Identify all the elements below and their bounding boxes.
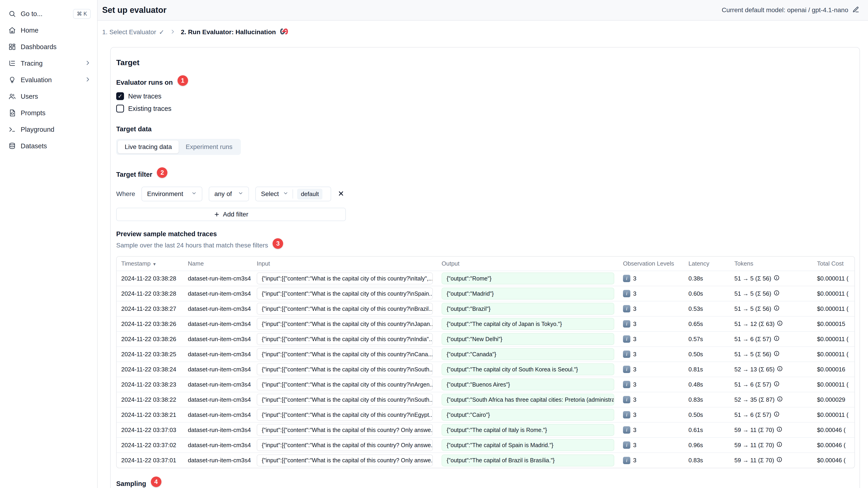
cell-latency: 0.53s	[684, 301, 730, 316]
level-count: 3	[633, 396, 636, 403]
cell-timestamp: 2024-11-22 03:38:23	[117, 377, 183, 392]
chevron-down-icon	[283, 190, 288, 198]
table-row[interactable]: 2024-11-22 03:38:28dataset-run-item-cm3s…	[117, 286, 855, 301]
checkbox-new-traces[interactable]	[116, 92, 124, 100]
cell-name: dataset-run-item-cm3s4	[183, 453, 252, 468]
sidebar-item-prompts[interactable]: Prompts	[0, 105, 97, 121]
table-row[interactable]: 2024-11-22 03:37:03dataset-run-item-cm3s…	[117, 422, 855, 437]
evaluation-icon	[8, 76, 16, 84]
info-circle-icon	[774, 275, 780, 282]
input-preview: {"input":[{"content":"What is the capita…	[257, 409, 433, 421]
sidebar-item-label: Prompts	[21, 109, 91, 117]
info-level-icon: i	[623, 305, 630, 313]
info-level-icon: i	[623, 396, 630, 403]
table-row[interactable]: 2024-11-22 03:38:28dataset-run-item-cm3s…	[117, 271, 855, 286]
cell-tokens: 51 → 5 (Σ 56)	[730, 271, 812, 286]
pencil-icon[interactable]	[852, 6, 859, 14]
input-preview: {"input":[{"content":"What is the capita…	[257, 318, 433, 330]
level-count: 3	[633, 320, 636, 328]
output-preview: {"output":"The capital city of Japan is …	[441, 318, 614, 330]
filter-column-select[interactable]: Environment	[142, 187, 202, 201]
table-row[interactable]: 2024-11-22 03:37:01dataset-run-item-cm3s…	[117, 453, 855, 468]
tab-experiment-runs[interactable]: Experiment runs	[179, 140, 239, 153]
sidebar-item-evaluation[interactable]: Evaluation	[0, 72, 97, 88]
input-preview: {"input":[{"content":"What is the capita…	[257, 439, 433, 451]
info-level-icon: i	[623, 290, 630, 297]
home-icon	[8, 26, 16, 34]
input-preview: {"input":[{"content":"What is the capita…	[257, 288, 433, 299]
users-icon	[8, 93, 16, 100]
target-filter-label: Target filter 2	[116, 169, 854, 180]
cell-latency: 0.81s	[684, 362, 730, 377]
cell-name: dataset-run-item-cm3s4	[183, 316, 252, 331]
add-filter-button[interactable]: Add filter	[116, 208, 346, 221]
sidebar: Go to... ⌘ K HomeDashboardsTracingEvalua…	[0, 0, 98, 488]
cell-tokens: 59 → 11 (Σ 70)	[730, 437, 812, 453]
column-header-observation-levels[interactable]: Observation Levels	[618, 257, 684, 271]
where-label: Where	[116, 190, 135, 198]
cell-timestamp: 2024-11-22 03:37:01	[117, 453, 183, 468]
cell-output: {"output":"The capital of Italy is Rome.…	[437, 422, 618, 437]
cell-timestamp: 2024-11-22 03:38:25	[117, 347, 183, 362]
cell-timestamp: 2024-11-22 03:38:21	[117, 407, 183, 422]
sidebar-item-home[interactable]: Home	[0, 22, 97, 39]
tracing-icon	[8, 60, 16, 67]
column-header-latency[interactable]: Latency	[684, 257, 730, 271]
checkbox-existing-traces[interactable]	[116, 105, 124, 112]
column-header-name[interactable]: Name	[183, 257, 252, 271]
table-row[interactable]: 2024-11-22 03:38:24dataset-run-item-cm3s…	[117, 362, 855, 377]
table-row[interactable]: 2024-11-22 03:38:22dataset-run-item-cm3s…	[117, 392, 855, 407]
cell-output: {"output":"The capital city of Japan is …	[437, 316, 618, 331]
column-header-tokens[interactable]: Tokens	[730, 257, 812, 271]
cell-output: {"output":"New Delhi"}	[437, 331, 618, 347]
cell-output: {"output":"Cairo"}	[437, 407, 618, 422]
table-row[interactable]: 2024-11-22 03:38:23dataset-run-item-cm3s…	[117, 377, 855, 392]
table-row[interactable]: 2024-11-22 03:38:26dataset-run-item-cm3s…	[117, 316, 855, 331]
cell-output: {"output":"The capital city of South Kor…	[437, 362, 618, 377]
input-preview: {"input":[{"content":"What is the capita…	[257, 272, 433, 284]
prompts-icon	[8, 109, 16, 117]
sidebar-item-playground[interactable]: Playground	[0, 121, 97, 138]
sidebar-item-users[interactable]: Users	[0, 88, 97, 105]
sidebar-item-dashboards[interactable]: Dashboards	[0, 39, 97, 55]
sidebar-item-tracing[interactable]: Tracing	[0, 55, 97, 72]
sidebar-item-label: Users	[21, 93, 91, 100]
cell-tokens: 51 → 6 (Σ 57)	[730, 331, 812, 347]
step-select-evaluator[interactable]: 1. Select Evaluator ✓	[102, 29, 164, 36]
column-header-timestamp[interactable]: Timestamp▼	[117, 257, 183, 271]
token-counts: 51 → 12 (Σ 63)	[734, 320, 775, 328]
cell-observation-levels: i3	[618, 316, 684, 331]
remove-filter-icon[interactable]	[338, 190, 344, 198]
column-header-input[interactable]: Input	[252, 257, 437, 271]
table-row[interactable]: 2024-11-22 03:38:21dataset-run-item-cm3s…	[117, 407, 855, 422]
cell-timestamp: 2024-11-22 03:38:28	[117, 286, 183, 301]
info-circle-icon	[774, 335, 780, 343]
cell-tokens: 52 → 35 (Σ 87)	[730, 392, 812, 407]
default-model-label: Current default model: openai / gpt-4.1-…	[722, 6, 848, 14]
cell-total-cost: $0.000011 (	[812, 377, 855, 392]
cell-input: {"input":[{"content":"What is the capita…	[252, 362, 437, 377]
column-header-total-cost[interactable]: Total Cost	[812, 257, 855, 271]
goto-search[interactable]: Go to... ⌘ K	[0, 5, 97, 22]
table-row[interactable]: 2024-11-22 03:38:25dataset-run-item-cm3s…	[117, 347, 855, 362]
filter-operator-select[interactable]: any of	[209, 187, 249, 201]
sidebar-item-datasets[interactable]: Datasets	[0, 138, 97, 154]
cell-latency: 0.61s	[684, 422, 730, 437]
info-circle-icon	[774, 381, 780, 388]
goto-shortcut: ⌘ K	[73, 9, 91, 19]
table-row[interactable]: 2024-11-22 03:38:26dataset-run-item-cm3s…	[117, 331, 855, 347]
cell-total-cost: $0.000011 (	[812, 301, 855, 316]
token-counts: 59 → 11 (Σ 70)	[734, 457, 774, 464]
table-row[interactable]: 2024-11-22 03:38:27dataset-run-item-cm3s…	[117, 301, 855, 316]
input-preview: {"input":[{"content":"What is the capita…	[257, 454, 433, 466]
column-header-output[interactable]: Output	[437, 257, 618, 271]
output-preview: {"output":"Canada"}	[441, 348, 614, 360]
table-row[interactable]: 2024-11-22 03:37:02dataset-run-item-cm3s…	[117, 437, 855, 453]
cell-input: {"input":[{"content":"What is the capita…	[252, 437, 437, 453]
info-circle-icon	[774, 305, 780, 313]
step-run-evaluator[interactable]: 2. Run Evaluator: Hallucination	[181, 28, 289, 37]
filter-value-select[interactable]: Select default	[255, 187, 331, 201]
preview-subtitle: Sample over the last 24 hours that match…	[116, 240, 854, 251]
tab-live-tracing-data[interactable]: Live tracing data	[118, 140, 179, 153]
token-counts: 51 → 6 (Σ 57)	[734, 411, 771, 418]
